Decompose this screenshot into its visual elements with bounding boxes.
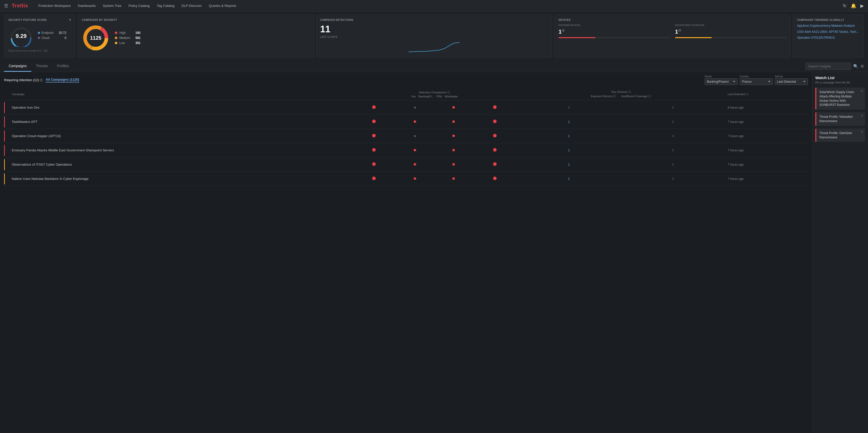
th-detection-comparison: Detection Comparison ⓘ You Banking/Fi...… <box>352 88 517 100</box>
exposed-bar <box>558 37 595 38</box>
col-last-detected: 7 hours ago <box>725 115 808 129</box>
col-insufficient: 0 <box>621 158 725 172</box>
col-insufficient: 0 <box>621 129 725 143</box>
tab-campaigns[interactable]: Campaigns <box>4 61 31 72</box>
country-filter[interactable]: France <box>740 78 773 85</box>
table-row[interactable]: TaskMasters APT 1 0 7 hours ago <box>4 115 808 129</box>
watch-close-icon[interactable]: ✕ <box>861 114 863 118</box>
watch-item-text: SolarWinds Supply Chain Attack Affecting… <box>818 90 862 107</box>
donut-total: 1125 <box>90 35 101 41</box>
your-devices-info-icon: ⓘ <box>628 90 631 93</box>
menu-icon[interactable]: ☰ <box>4 3 8 9</box>
severity-bar <box>4 159 5 170</box>
trending-item-0[interactable]: AppJeus Cryptocurrency Malware Analysis <box>797 24 860 28</box>
col-you <box>352 129 396 143</box>
posture-title: SECURITY POSTURE SCORE ✎ <box>8 19 71 21</box>
nav-queries-reports[interactable]: Queries & Reports <box>206 2 239 9</box>
watch-close-icon[interactable]: ✕ <box>861 89 863 93</box>
detections-widget: CAMPAIGN DETECTIONS 11 LAST 10 DAYS <box>316 15 552 58</box>
col-worldwide <box>473 115 517 129</box>
trending-item-1[interactable]: CISA Alert AA21-200A: APT40 Tactics, Tec… <box>797 30 860 34</box>
col-worldwide <box>473 100 517 115</box>
col-last-detected: 7 hours ago <box>725 172 808 186</box>
watch-item[interactable]: Threat Profile: DarkSide Ransomware ✕ <box>815 129 865 142</box>
main-content: Requiring Attention (12) ⓘ All Campaigns… <box>0 72 868 433</box>
col-insufficient: 0 <box>621 143 725 158</box>
col-insufficient: 0 <box>621 115 725 129</box>
table-row[interactable]: Observations of ITG07 Cyber Operations 1… <box>4 158 808 172</box>
notification-icon[interactable]: 🔔 <box>851 3 856 9</box>
col-fra <box>434 143 473 158</box>
nav-dashboards[interactable]: Dashboards <box>75 2 99 9</box>
table-row[interactable]: Operation Cloud Hopper (APT10) 1 0 7 hou… <box>4 129 808 143</box>
settings-icon[interactable]: ⚙ <box>860 64 864 69</box>
sector-label: Sector <box>705 75 738 78</box>
posture-edit-icon[interactable]: ✎ <box>69 19 71 21</box>
all-campaigns-link[interactable]: All Campaigns (1125) <box>45 77 79 82</box>
col-exposed: 1 <box>517 143 621 158</box>
nav-links: Protection Workspace Dashboards System T… <box>35 2 843 9</box>
insufficient-fraction: 1/3 <box>675 29 786 35</box>
th-your-devices: Your Devices ⓘ Exposed Devices ⓘ Insuffi… <box>517 88 725 100</box>
col-worldwide <box>473 158 517 172</box>
col-worldwide <box>473 143 517 158</box>
detections-period: LAST 10 DAYS <box>320 36 548 38</box>
exposed-fraction: 1/3 <box>558 29 670 35</box>
sort-label: Sort by <box>775 75 808 78</box>
nav-dlp-discover[interactable]: DLP Discover <box>179 2 205 9</box>
col-last-detected: 7 hours ago <box>725 158 808 172</box>
section-tabs: Campaigns Threats Profiles 🔍 ⚙ <box>0 61 868 72</box>
col-last-detected: 7 hours ago <box>725 129 808 143</box>
sector-filter[interactable]: Banking/Financi <box>705 78 738 85</box>
trending-title: CAMPAIGNS TRENDING GLOBALLY <box>797 19 860 21</box>
table-row[interactable]: Operation Iron Ore 0 0 6 hours ago <box>4 100 808 115</box>
gauge-container: 9.29 <box>8 24 34 47</box>
posture-note: Each score is on a scale of 0 - 100 <box>8 49 71 52</box>
col-exposed: 1 <box>517 115 621 129</box>
user-icon[interactable]: ▶ <box>860 3 864 9</box>
col-banking <box>396 115 435 129</box>
nav-system-tree[interactable]: System Tree <box>100 2 124 9</box>
col-banking <box>396 129 435 143</box>
devices-title: DEVICES <box>558 19 786 21</box>
campaigns-table: Campaign Detection Comparison ⓘ You Bank… <box>4 88 808 186</box>
watch-close-icon[interactable]: ✕ <box>861 130 863 134</box>
watch-item-text: Threat Profile: DarkSide Ransomware <box>818 131 862 140</box>
watch-item[interactable]: Threat Profile: Netwalker Ransomware ✕ <box>815 112 865 126</box>
col-exposed: 1 <box>517 129 621 143</box>
watch-item[interactable]: SolarWinds Supply Chain Attack Affecting… <box>815 88 865 110</box>
sort-filter[interactable]: Last Detected <box>775 78 808 85</box>
col-worldwide <box>473 172 517 186</box>
watchlist-items: SolarWinds Supply Chain Attack Affecting… <box>815 88 865 142</box>
campaign-name: Naikon Uses Nebulae Backdoor In Cyber Es… <box>9 172 352 186</box>
watch-item-bar <box>815 88 816 110</box>
devices-widget: DEVICES EXPOSED DEVICES 1/3 INSUFFICIENT… <box>554 15 790 58</box>
detection-info-icon: ⓘ <box>447 91 450 94</box>
search-icon[interactable]: 🔍 <box>853 64 858 69</box>
col-insufficient: 0 <box>621 100 725 115</box>
trending-item-2[interactable]: Operation STOLEN PENCIL <box>797 36 860 40</box>
col-fra <box>434 100 473 115</box>
severity-bar <box>4 102 5 113</box>
table-row[interactable]: Naikon Uses Nebulae Backdoor In Cyber Es… <box>4 172 808 186</box>
requiring-attention-link[interactable]: Requiring Attention (12) ⓘ <box>4 78 42 82</box>
table-row[interactable]: Emissary Panda Attacks Middle East Gover… <box>4 143 808 158</box>
trending-widget: CAMPAIGNS TRENDING GLOBALLY AppJeus Cryp… <box>793 15 864 58</box>
search-input[interactable] <box>805 63 851 70</box>
tab-threats[interactable]: Threats <box>31 61 53 72</box>
tab-profiles[interactable]: Profiles <box>53 61 73 72</box>
nav-tag-catalog[interactable]: Tag Catalog <box>154 2 178 9</box>
th-last-detected: Last Detected ⓘ <box>725 88 808 100</box>
col-you <box>352 172 396 186</box>
watchlist-panel: Watch List Pin a campaign from the list … <box>812 72 868 433</box>
logo: Trellix <box>12 3 28 9</box>
severity-widget: CAMPAIGNS BY SEVERITY 1125 High <box>78 15 314 58</box>
campaign-name: Operation Cloud Hopper (APT10) <box>9 129 352 143</box>
campaign-name: TaskMasters APT <box>9 115 352 129</box>
nav-policy-catalog[interactable]: Policy Catalog <box>125 2 153 9</box>
medium-dot <box>115 37 117 39</box>
nav-protection-workspace[interactable]: Protection Workspace <box>35 2 74 9</box>
refresh-icon[interactable]: ↻ <box>843 3 847 9</box>
col-exposed: 1 <box>517 172 621 186</box>
requiring-info-icon: ⓘ <box>40 78 42 82</box>
